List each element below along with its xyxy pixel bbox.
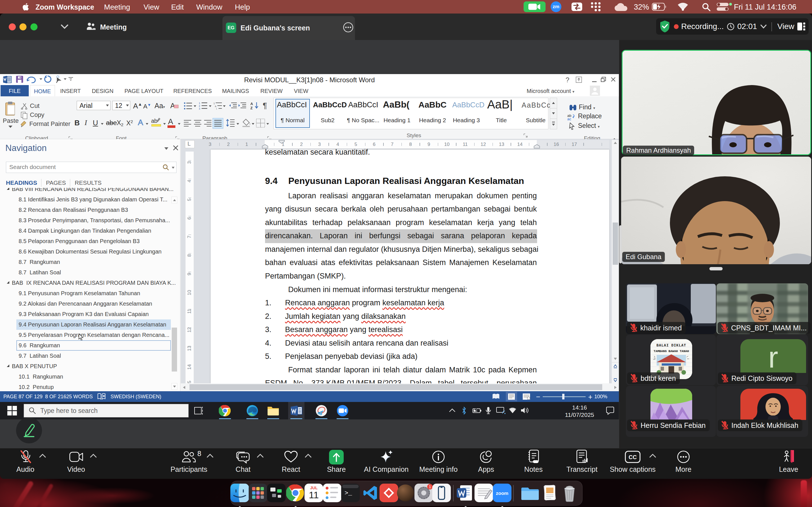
svg-text:ac: ac — [567, 117, 571, 120]
svg-text:>_: >_ — [345, 490, 352, 497]
svg-text:Z: Z — [250, 106, 253, 110]
svg-text:zoom: zoom — [496, 491, 508, 496]
svg-text:TAMBANG BAWAH TANAH: TAMBANG BAWAH TANAH — [654, 349, 689, 353]
svg-text:A: A — [250, 102, 253, 106]
svg-text:1: 1 — [429, 485, 431, 489]
svg-text:BALAI DIKLAT: BALAI DIKLAT — [656, 343, 686, 348]
svg-text:CC: CC — [629, 454, 637, 460]
svg-text:1: 1 — [199, 102, 200, 105]
svg-text:11: 11 — [309, 490, 319, 500]
svg-text:2: 2 — [199, 105, 200, 107]
svg-text:i: i — [216, 107, 217, 110]
svg-text:3: 3 — [199, 107, 200, 110]
svg-text:1: 1 — [213, 102, 215, 105]
